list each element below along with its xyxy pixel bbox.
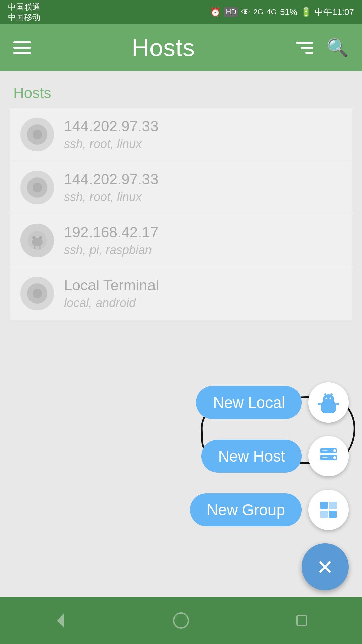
host-info: 192.168.42.17 ssh, pi, raspbian [64,224,158,257]
time: 中午11:07 [315,6,354,18]
svg-point-32 [174,613,188,628]
search-button[interactable]: 🔍 [327,38,349,58]
main-fab-row: × [302,543,349,590]
host-address: Local Terminal [64,277,159,294]
avatar [20,277,54,310]
host-address: 192.168.42.17 [64,224,158,241]
menu-button[interactable] [13,41,31,54]
signal-4g: 4G [267,8,277,16]
svg-rect-28 [329,502,337,509]
svg-point-3 [32,238,43,246]
new-local-row: New Local [196,382,349,423]
svg-rect-20 [330,409,333,413]
avatar [20,118,54,151]
carrier1: 中国联通 [8,2,40,12]
recents-button[interactable] [282,607,322,634]
new-host-button[interactable]: New Host [201,440,302,473]
svg-point-11 [326,398,327,399]
svg-point-15 [324,393,326,395]
host-meta: ssh, pi, raspbian [64,243,158,257]
svg-point-12 [330,398,331,399]
svg-marker-31 [57,614,64,627]
host-meta: ssh, root, linux [64,137,158,151]
host-list: 144.202.97.33 ssh, root, linux 144.202.9… [10,108,352,320]
svg-rect-29 [320,511,328,518]
alarm-icon: ⏰ [210,7,221,17]
home-button[interactable] [161,607,201,634]
host-info: 144.202.97.33 ssh, root, linux [64,118,158,151]
list-item[interactable]: 192.168.42.17 ssh, pi, raspbian [10,214,352,267]
new-host-row: New Host [201,436,349,476]
battery-icon: 🔋 [301,7,311,17]
list-item[interactable]: 144.202.97.33 ssh, root, linux [10,161,352,214]
svg-point-23 [333,449,336,452]
list-item[interactable]: Local Terminal local, android [10,267,352,320]
new-group-row: New Group [190,490,349,530]
avatar [20,224,54,257]
svg-point-16 [330,393,333,395]
svg-rect-30 [329,511,337,518]
fab-area: New Local [190,382,349,590]
filter-button[interactable] [296,42,313,54]
fab-close-button[interactable]: × [302,543,349,590]
status-indicators: ⏰ HD 👁 2G 4G 51% 🔋 中午11:07 [210,6,354,18]
hd-icon: HD [224,7,238,17]
new-local-button[interactable]: New Local [196,386,302,419]
host-address: 144.202.97.33 [64,171,158,188]
svg-rect-33 [297,616,306,625]
android-icon-button[interactable] [308,382,349,423]
battery-pct: 51% [280,7,297,17]
carrier-info: 中国联通 中国移动 [8,2,40,22]
svg-rect-17 [318,402,321,405]
svg-rect-26 [322,457,328,458]
group-icon-button[interactable] [308,490,349,530]
host-info: 144.202.97.33 ssh, root, linux [64,171,158,204]
host-meta: local, android [64,296,159,310]
new-group-button[interactable]: New Group [190,493,302,526]
status-bar: 中国联通 中国移动 ⏰ HD 👁 2G 4G 51% 🔋 中午11:07 [0,0,362,24]
svg-point-24 [333,456,336,459]
host-info: Local Terminal local, android [64,277,159,310]
svg-rect-27 [320,502,328,509]
main-content: Hosts 144.202.97.33 ssh, root, linux 1 [0,71,362,320]
bottom-navigation [0,597,362,644]
app-title: Hosts [132,34,195,61]
host-address: 144.202.97.33 [64,118,158,135]
back-button[interactable] [40,607,80,634]
svg-rect-18 [336,402,339,405]
eye-icon: 👁 [241,7,250,17]
svg-point-10 [323,394,334,404]
host-meta: ssh, root, linux [64,190,158,204]
app-bar-actions: 🔍 [296,38,349,58]
carrier2: 中国移动 [8,12,40,22]
app-bar: Hosts 🔍 [0,24,362,71]
avatar [20,171,54,204]
svg-rect-19 [324,409,327,413]
section-heading: Hosts [13,85,352,101]
signal-2g: 2G [253,8,263,16]
list-item[interactable]: 144.202.97.33 ssh, root, linux [10,108,352,161]
server-icon-button[interactable] [308,436,349,476]
svg-rect-25 [322,450,328,451]
